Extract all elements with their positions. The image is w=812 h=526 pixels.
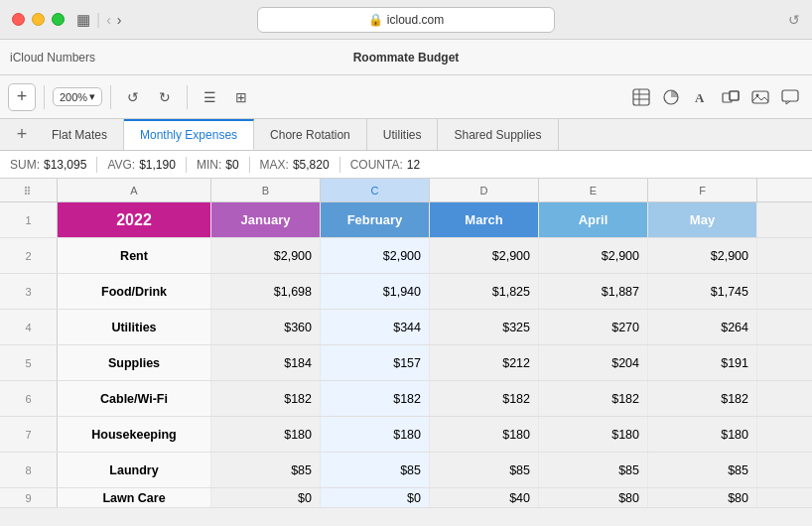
row-num-2: 2 <box>0 238 58 273</box>
back-icon[interactable]: ‹ <box>106 12 111 28</box>
cell-d8[interactable]: $85 <box>430 453 539 487</box>
cell-a1[interactable]: 2022 <box>58 202 211 237</box>
col-header-d[interactable]: D <box>430 179 539 201</box>
col-header-e[interactable]: E <box>539 179 648 201</box>
maximize-button[interactable] <box>52 13 65 26</box>
cell-f7[interactable]: $180 <box>648 417 757 452</box>
col-header-c[interactable]: C <box>321 179 430 201</box>
tab-chore-rotation[interactable]: Chore Rotation <box>254 119 367 150</box>
tab-shared-supplies[interactable]: Shared Supplies <box>438 119 558 150</box>
zoom-selector[interactable]: 200% ▾ <box>53 87 102 106</box>
address-bar[interactable]: 🔒 icloud.com <box>257 7 555 33</box>
undo-button[interactable]: ↺ <box>119 83 147 111</box>
cell-b8[interactable]: $85 <box>211 453 321 487</box>
chart-icon[interactable] <box>657 83 685 111</box>
cell-c2[interactable]: $2,900 <box>321 238 430 273</box>
text-icon[interactable]: A <box>687 83 715 111</box>
app-name: iCloud Numbers <box>10 51 95 65</box>
cell-b5[interactable]: $184 <box>211 345 321 380</box>
col-header-row: A B C D E F <box>0 179 812 202</box>
cell-a4[interactable]: Utilities <box>58 310 211 344</box>
sidebar-toggle-icon[interactable]: ▦ <box>76 11 90 29</box>
cell-e4[interactable]: $270 <box>539 310 648 344</box>
cell-a3[interactable]: Food/Drink <box>58 274 211 309</box>
cell-f5[interactable]: $191 <box>648 345 757 380</box>
table-row: 6 Cable/Wi-Fi $182 $182 $182 $182 $182 <box>0 381 812 417</box>
cell-b1[interactable]: January <box>211 202 321 237</box>
cell-d1[interactable]: March <box>430 202 539 237</box>
max-value: $5,820 <box>293 158 330 172</box>
minimize-button[interactable] <box>32 13 45 26</box>
divider-3 <box>187 85 188 109</box>
cell-b7[interactable]: $180 <box>211 417 321 452</box>
comment-icon[interactable] <box>776 83 804 111</box>
cell-a7[interactable]: Housekeeping <box>58 417 211 452</box>
close-button[interactable] <box>12 13 25 26</box>
cell-c3[interactable]: $1,940 <box>321 274 430 309</box>
shapes-icon[interactable] <box>717 83 744 111</box>
media-icon[interactable] <box>746 83 774 111</box>
cell-a2[interactable]: Rent <box>58 238 211 273</box>
cell-b9[interactable]: $0 <box>211 488 321 507</box>
divider-1 <box>44 85 45 109</box>
tab-flat-mates[interactable]: Flat Mates <box>36 119 124 150</box>
cell-a5[interactable]: Supplies <box>58 345 211 380</box>
cell-e9[interactable]: $80 <box>539 488 648 507</box>
cell-b6[interactable]: $182 <box>211 381 321 416</box>
cell-f1[interactable]: May <box>648 202 757 237</box>
svg-point-14 <box>24 189 26 191</box>
refresh-button[interactable]: ↺ <box>788 12 800 28</box>
cell-d5[interactable]: $212 <box>430 345 539 380</box>
cell-f4[interactable]: $264 <box>648 310 757 344</box>
cell-c8[interactable]: $85 <box>321 453 430 487</box>
tab-monthly-expenses[interactable]: Monthly Expenses <box>124 119 254 150</box>
cell-f2[interactable]: $2,900 <box>648 238 757 273</box>
col-header-a[interactable]: A <box>58 179 211 201</box>
format-list-icon[interactable]: ☰ <box>196 83 223 111</box>
cell-b4[interactable]: $360 <box>211 310 321 344</box>
cell-f3[interactable]: $1,745 <box>648 274 757 309</box>
tab-utilities[interactable]: Utilities <box>367 119 439 150</box>
cell-e1[interactable]: April <box>539 202 648 237</box>
cell-d7[interactable]: $180 <box>430 417 539 452</box>
cell-d6[interactable]: $182 <box>430 381 539 416</box>
table-icon[interactable] <box>627 83 655 111</box>
cell-c7[interactable]: $180 <box>321 417 430 452</box>
col-header-b[interactable]: B <box>211 179 321 201</box>
cell-b2[interactable]: $2,900 <box>211 238 321 273</box>
cell-e5[interactable]: $204 <box>539 345 648 380</box>
cell-e2[interactable]: $2,900 <box>539 238 648 273</box>
cell-e8[interactable]: $85 <box>539 453 648 487</box>
forward-icon[interactable]: › <box>117 12 122 28</box>
col-header-f[interactable]: F <box>648 179 757 201</box>
chevron-down-icon: ▾ <box>89 90 95 103</box>
cell-c6[interactable]: $182 <box>321 381 430 416</box>
cell-f6[interactable]: $182 <box>648 381 757 416</box>
cell-d3[interactable]: $1,825 <box>430 274 539 309</box>
cell-a8[interactable]: Laundry <box>58 453 211 487</box>
avg-stat: AVG: $1,190 <box>107 158 176 172</box>
cell-d4[interactable]: $325 <box>430 310 539 344</box>
cell-a9[interactable]: Lawn Care <box>58 488 211 507</box>
corner-cell <box>0 179 58 201</box>
cell-e7[interactable]: $180 <box>539 417 648 452</box>
svg-point-12 <box>24 186 26 188</box>
cell-d9[interactable]: $40 <box>430 488 539 507</box>
counta-stat: COUNTA: 12 <box>350 158 420 172</box>
cell-a6[interactable]: Cable/Wi-Fi <box>58 381 211 416</box>
cell-d2[interactable]: $2,900 <box>430 238 539 273</box>
cell-b3[interactable]: $1,698 <box>211 274 321 309</box>
cell-c4[interactable]: $344 <box>321 310 430 344</box>
cell-f9[interactable]: $80 <box>648 488 757 507</box>
cell-e3[interactable]: $1,887 <box>539 274 648 309</box>
insert-table-icon[interactable]: ⊞ <box>227 83 255 111</box>
cell-f8[interactable]: $85 <box>648 453 757 487</box>
cell-e6[interactable]: $182 <box>539 381 648 416</box>
add-sheet-button[interactable]: + <box>8 119 36 150</box>
cell-c1[interactable]: February <box>321 202 430 237</box>
row-num-7: 7 <box>0 417 58 452</box>
cell-c5[interactable]: $157 <box>321 345 430 380</box>
redo-button[interactable]: ↻ <box>151 83 179 111</box>
cell-c9[interactable]: $0 <box>321 488 430 507</box>
add-button[interactable]: + <box>8 83 36 111</box>
